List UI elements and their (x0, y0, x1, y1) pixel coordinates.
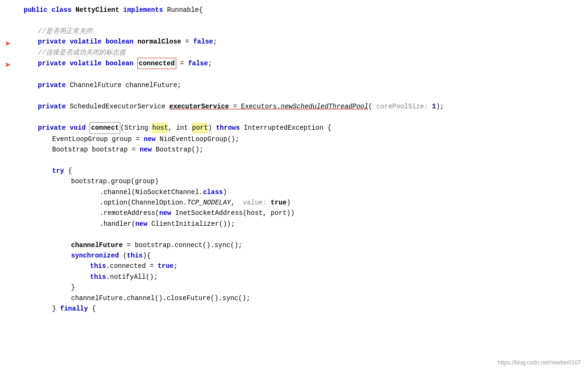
line-connect-sig: private void connect(String host, int po… (0, 122, 588, 133)
connect-throws: ) (208, 123, 216, 133)
nioeventloop: NioEventLoopGroup(); (160, 134, 239, 144)
finally-close-brace: } (52, 303, 60, 314)
val-false2: false (188, 58, 208, 69)
kw-volatile1: volatile (70, 36, 106, 47)
bs-option-start: .option(ChannelOption. (100, 197, 187, 208)
connect-comma: , int (168, 123, 192, 133)
kw-throws: throws (216, 123, 244, 133)
semi2: ; (208, 58, 212, 69)
kw-this2: this (90, 261, 106, 271)
paren-open-executor: ( (368, 101, 376, 112)
eventloop-decl: EventLoopGroup group = (52, 134, 144, 144)
kw-void: void (70, 123, 90, 133)
line-synchronized: synchronized (this){ (0, 250, 588, 261)
bs-handler: .handler( (100, 219, 136, 229)
kw-private4: private (38, 101, 70, 112)
kw-private5: private (38, 123, 70, 133)
line-this-connected: this.connected = true; (0, 261, 588, 271)
bs-group: bootstrap.group(group) (71, 176, 159, 186)
hint-corepoolsize-label: corePoolSize: (376, 101, 432, 112)
line-blank2 (0, 69, 588, 80)
watermark: https://blog.csdn.net/newbie0107 (498, 358, 581, 367)
sync-close-brace: } (71, 282, 75, 293)
tcp-nodelay: TCP_NODELAY (187, 197, 231, 208)
line-try: try { (0, 166, 588, 176)
bs-channel-close: ) (223, 187, 226, 197)
var-executorservice: executorService (169, 101, 229, 112)
bs-option-close: ) (287, 197, 290, 208)
cf-assign: = bootstrap.connect().sync(); (123, 240, 242, 250)
bootstrap-decl: Bootstrap bootstrap = (52, 144, 140, 155)
line-blank3 (0, 90, 588, 101)
line-comment2: //连接是否成功关闭的标志值 (0, 47, 588, 58)
closefuture: channelFuture.channel().closeFuture().sy… (71, 293, 250, 303)
line-eventloop: EventLoopGroup group = new NioEventLoopG… (0, 134, 588, 144)
line-bs-handler: .handler(new ClientInitializer()); (0, 219, 588, 229)
kw-volatile2: volatile (70, 58, 106, 69)
finally-open-brace: { (92, 303, 96, 314)
paren-close-executor: ); (436, 101, 444, 112)
line-notifyall: this.notifyAll(); (0, 272, 588, 282)
line-sync-close: } (0, 282, 588, 293)
method-newscheduled: newScheduledThreadPool (281, 101, 369, 112)
kw-this1: this (127, 250, 143, 261)
bs-option-comma: , (231, 197, 243, 208)
code-container: public class NettyClient implements Runn… (0, 0, 588, 373)
kw-private2: private (38, 58, 70, 69)
scheduled-type: ScheduledExecutorService (70, 101, 169, 112)
line-finally: } finally { (0, 303, 588, 314)
hint-value-true: true (271, 197, 287, 208)
comment-normalclose: //是否用正常关闭 (38, 26, 92, 36)
line-blank1 (0, 15, 588, 26)
line-comment1: //是否用正常关闭 (0, 26, 588, 36)
kw-boolean2: boolean (106, 58, 137, 69)
line-blank4 (0, 112, 588, 122)
line-bs-remote: .remoteAddress(new InetSocketAddress(hos… (0, 208, 588, 218)
client-init: ClientInitializer()); (151, 219, 235, 229)
sync-paren: ( (123, 250, 127, 261)
line-executor: private ScheduledExecutorService executo… (0, 101, 588, 112)
line-bootstrap: Bootstrap bootstrap = new Bootstrap(); (0, 144, 588, 155)
val-true: true (158, 261, 174, 271)
param-port: port (192, 123, 208, 133)
keyword-public: public (24, 5, 52, 15)
kw-class: class (203, 187, 223, 197)
kw-new1: new (144, 134, 160, 144)
inet-socket: InetSocketAddress(host, port)) (175, 208, 295, 218)
line-blank6 (0, 229, 588, 240)
this-connected: .connected = (106, 261, 158, 271)
var-normalclose: normalClose (137, 36, 181, 47)
line-bs-option: .option(ChannelOption.TCP_NODELAY, value… (0, 197, 588, 208)
interrupted-exception: InterruptedException { (244, 123, 332, 133)
sync-close: ){ (143, 250, 151, 261)
line-connected: ➤ private volatile boolean connected = f… (0, 58, 588, 69)
try-brace: { (68, 166, 72, 176)
param-host: host (152, 123, 168, 133)
semi1: ; (213, 36, 217, 47)
bootstrap-inst: Bootstrap(); (155, 144, 203, 155)
line-normalclose: ➤ private volatile boolean normalClose =… (0, 36, 588, 47)
hint-corepoolsize-val: 1 (432, 101, 436, 112)
kw-try: try (52, 166, 68, 176)
line-channelfuture: private ChannelFuture channelFuture; (0, 80, 588, 90)
keyword-implements: implements (123, 5, 167, 15)
line-class: public class NettyClient implements Runn… (0, 5, 588, 15)
bs-remote: .remoteAddress( (100, 208, 159, 218)
runnable: Runnable{ (167, 5, 203, 15)
kw-finally: finally (60, 303, 92, 314)
line-bs-channel: .channel(NioSocketChannel.class) (0, 187, 588, 197)
kw-new2: new (140, 144, 156, 155)
var-cf: channelFuture (71, 240, 123, 250)
semi-connected: ; (173, 261, 177, 271)
hint-value-label: value: (243, 197, 271, 208)
comment-connected: //连接是否成功关闭的标志值 (38, 47, 126, 58)
val-false1: false (193, 36, 213, 47)
bs-channel: .channel(NioSocketChannel. (100, 187, 203, 197)
kw-boolean1: boolean (106, 36, 137, 47)
kw-new4: new (136, 219, 152, 229)
line-closefuture: channelFuture.channel().closeFuture().sy… (0, 293, 588, 303)
eq-executor: = Executors. (229, 101, 280, 112)
kw-private1: private (38, 36, 70, 47)
kw-this3: this (90, 272, 106, 282)
line-blank5 (0, 155, 588, 165)
